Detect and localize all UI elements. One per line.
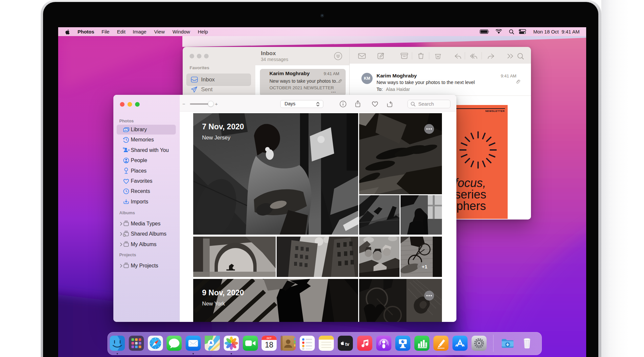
- svg-text:tv: tv: [345, 342, 350, 347]
- svg-text:OCT: OCT: [267, 337, 272, 339]
- svg-text:18: 18: [265, 341, 273, 349]
